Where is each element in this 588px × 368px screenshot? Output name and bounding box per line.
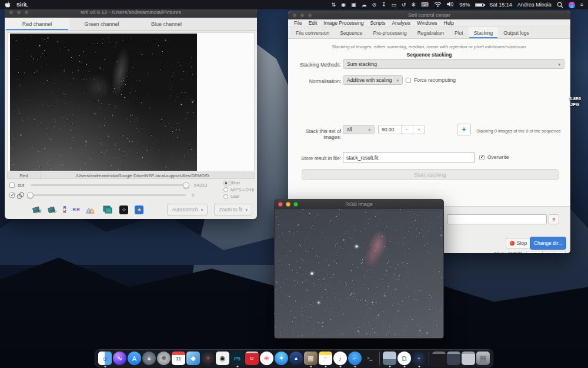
menu-scripts[interactable]: Scripts bbox=[370, 20, 385, 26]
sequence-list-button[interactable] bbox=[103, 204, 113, 215]
rotate-right-button[interactable]: ↻ bbox=[48, 204, 57, 215]
stack-filter-select[interactable]: all bbox=[343, 125, 375, 134]
autostretch-dropdown[interactable]: AutoStretch bbox=[167, 204, 208, 216]
radio-user[interactable]: User bbox=[223, 194, 254, 199]
keyboard-icon[interactable]: ⌨ bbox=[421, 2, 429, 8]
dock-safari[interactable]: ✦ bbox=[275, 352, 288, 365]
store-result-input[interactable] bbox=[343, 152, 475, 163]
menu-windows[interactable]: Windows bbox=[417, 20, 437, 26]
cut-checkbox[interactable] bbox=[9, 183, 15, 188]
command-input[interactable] bbox=[447, 214, 547, 224]
dock-app-store[interactable]: A bbox=[128, 352, 141, 365]
menu-help[interactable]: Help bbox=[444, 20, 454, 26]
stop-button[interactable]: Stop bbox=[506, 238, 531, 248]
wifi-icon[interactable] bbox=[434, 1, 442, 8]
menu-analysis[interactable]: Analysis bbox=[392, 20, 410, 26]
dock-virtualbox[interactable]: ◆ bbox=[186, 352, 200, 365]
dock-screenshot-app[interactable]: ◉ bbox=[216, 352, 229, 365]
cloud-upload-icon[interactable]: ☁ bbox=[361, 2, 366, 8]
dock-game-app[interactable]: ✦ bbox=[201, 352, 215, 365]
hi-slider-thumb[interactable] bbox=[183, 182, 189, 188]
dock-system-preferences[interactable]: ✻ bbox=[157, 352, 171, 365]
star-detection-button[interactable]: ★ bbox=[135, 205, 143, 214]
dock-nightsky-document[interactable]: ✦ bbox=[412, 352, 426, 365]
displays-icon[interactable]: ▣ bbox=[351, 2, 356, 8]
psf-button[interactable]: ☆ bbox=[119, 205, 128, 214]
tab-sequence[interactable]: Sequence bbox=[335, 27, 368, 38]
menu-file[interactable]: File bbox=[294, 20, 302, 26]
tab-registration[interactable]: Registration bbox=[412, 27, 449, 38]
radio-minmax[interactable]: Min/Max bbox=[223, 180, 254, 185]
dock-music[interactable]: ♪ bbox=[333, 352, 347, 365]
apple-menu[interactable] bbox=[5, 1, 11, 9]
menubar-app-name[interactable]: SiriL bbox=[16, 2, 28, 8]
desktop-file-jpg[interactable]: 5-8E6 .JPG bbox=[569, 96, 581, 108]
dock-photos[interactable]: ❀ bbox=[260, 352, 273, 365]
download-tray-icon[interactable]: ↧ bbox=[382, 2, 386, 8]
tab-plot[interactable]: Plot bbox=[449, 27, 469, 38]
notification-center-icon[interactable]: ≡ bbox=[580, 2, 583, 8]
control-center-titlebar[interactable]: Siril control center bbox=[288, 11, 570, 19]
start-stacking-button[interactable]: Start stacking bbox=[302, 169, 559, 180]
battery-icon[interactable] bbox=[475, 3, 484, 7]
dock-sail-app[interactable]: ▲ bbox=[289, 352, 303, 365]
tab-red-channel[interactable]: Red channel bbox=[5, 18, 69, 30]
plus-button[interactable]: + bbox=[413, 125, 425, 134]
force-recomputing-checkbox[interactable] bbox=[406, 78, 411, 83]
overwrite-option[interactable]: Overwrite bbox=[479, 154, 509, 160]
percent-value[interactable]: 90.00 bbox=[379, 125, 401, 134]
threads-spinbox[interactable]: 8 − + bbox=[526, 251, 566, 253]
stacking-method-select[interactable]: Sum stacking bbox=[343, 59, 564, 69]
siri-icon[interactable] bbox=[569, 2, 575, 8]
tab-stacking[interactable]: Stacking bbox=[469, 27, 499, 38]
menu-image-processing[interactable]: Image Processing bbox=[323, 20, 363, 26]
dock-siri[interactable]: ∿ bbox=[113, 352, 126, 365]
fan-icon[interactable]: ✻ bbox=[412, 2, 416, 8]
histogram-button[interactable] bbox=[86, 204, 96, 215]
rgb-window-titlebar[interactable]: RGB image bbox=[274, 199, 444, 209]
dock-calendar[interactable]: 11 bbox=[172, 352, 185, 365]
threads-value[interactable]: 8 bbox=[527, 251, 542, 253]
volume-icon[interactable] bbox=[447, 1, 454, 8]
dock-minimized-window-2[interactable] bbox=[447, 352, 460, 365]
add-images-button[interactable]: + bbox=[457, 124, 471, 135]
spotlight-search-icon[interactable] bbox=[557, 2, 563, 8]
plus-button[interactable]: + bbox=[554, 251, 566, 253]
command-help-button[interactable]: # bbox=[549, 214, 559, 224]
flip-vertical-button[interactable]: RR bbox=[63, 204, 66, 215]
zero-badge-icon[interactable]: ⊘ bbox=[372, 2, 376, 8]
time-machine-icon[interactable]: ↺ bbox=[402, 2, 406, 8]
hi-slider[interactable] bbox=[31, 184, 188, 186]
change-dir-button[interactable]: Change dir... bbox=[530, 237, 566, 250]
dock-minimized-window-3[interactable] bbox=[462, 352, 475, 365]
battery-widget-icon[interactable]: ▭ bbox=[392, 2, 397, 8]
dock-chat-app[interactable]: ••• bbox=[348, 352, 362, 365]
dock-launchpad[interactable]: ▲ bbox=[142, 352, 156, 365]
lo-slider-thumb[interactable] bbox=[27, 192, 34, 198]
minus-button[interactable]: − bbox=[542, 251, 554, 253]
rotate-left-button[interactable]: ↺ bbox=[33, 204, 42, 215]
radio-mips[interactable]: MIPS-LO/HI bbox=[223, 187, 254, 193]
overwrite-checkbox[interactable] bbox=[479, 155, 485, 160]
lo-slider[interactable] bbox=[28, 194, 186, 196]
minus-button[interactable]: − bbox=[401, 125, 413, 134]
dock-diet-coke[interactable]: D bbox=[245, 352, 259, 365]
dock-photo-document[interactable] bbox=[383, 352, 396, 365]
red-channel-image[interactable] bbox=[10, 34, 197, 171]
normalisation-select[interactable]: Additive with scaling bbox=[343, 75, 403, 85]
dock-finder[interactable]: ☺ bbox=[98, 352, 112, 365]
rgb-image[interactable] bbox=[275, 209, 443, 338]
zoom-dropdown[interactable]: Zoom to fit bbox=[214, 204, 252, 216]
dock-stamps-app[interactable]: ▦ bbox=[304, 352, 318, 365]
swirl-icon[interactable]: ◉ bbox=[341, 2, 346, 8]
tweaks-icon[interactable]: ⇅ bbox=[332, 2, 336, 8]
force-recomputing-option[interactable]: Force recomputing bbox=[406, 77, 456, 83]
dock-trash[interactable]: ▤ bbox=[476, 352, 490, 365]
tab-output-logs[interactable]: Output logs bbox=[498, 27, 534, 38]
menu-edit[interactable]: Edit bbox=[309, 20, 318, 26]
link-checkbox[interactable] bbox=[9, 193, 15, 198]
dock-d-app[interactable]: D bbox=[397, 352, 411, 365]
tab-pre-processing[interactable]: Pre-processing bbox=[368, 27, 412, 38]
tab-file-conversion[interactable]: File conversion bbox=[290, 27, 335, 38]
tab-blue-channel[interactable]: Blue channel bbox=[134, 18, 199, 30]
